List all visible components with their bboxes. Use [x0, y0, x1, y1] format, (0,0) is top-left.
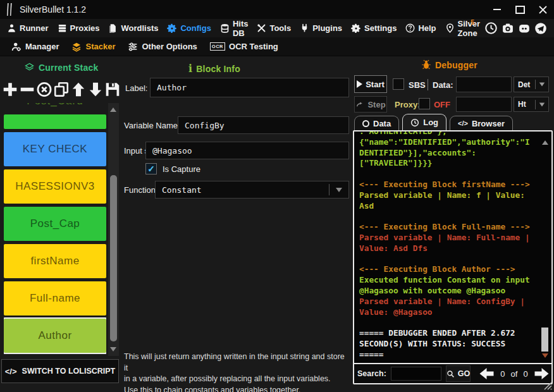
menu-silver-zone[interactable]: 5 Silver Zone — [441, 19, 484, 37]
log-line: : AUTHENTICATED }, — [359, 132, 535, 137]
document-icon — [108, 23, 118, 33]
log-scrollbar-thumb[interactable] — [541, 328, 548, 352]
move-up-button[interactable] — [70, 77, 87, 102]
proxy-type-dropdown[interactable]: Ht — [514, 97, 549, 112]
input-string-input[interactable] — [145, 142, 349, 159]
stack-scrollbar-thumb[interactable] — [110, 175, 117, 341]
resize-grip[interactable] — [544, 382, 552, 390]
menu-tools[interactable]: Tools — [252, 19, 295, 37]
stack-block[interactable]: firstName — [4, 244, 106, 278]
stack-scrollbar[interactable] — [108, 103, 119, 356]
log-line: <--- Executing Block Full-name ---> — [359, 222, 535, 233]
go-button[interactable]: GO — [446, 365, 471, 382]
menu-wordlists[interactable]: Wordlists — [104, 19, 163, 37]
search-input[interactable] — [391, 367, 441, 381]
variable-name-caption: Variable Name: — [124, 121, 180, 130]
start-button[interactable]: Start — [354, 75, 387, 93]
stack-block[interactable]: Full-name — [4, 281, 106, 315]
log-line — [359, 169, 535, 180]
maximize-button[interactable] — [508, 0, 531, 19]
tab-manager[interactable]: Manager — [5, 37, 65, 56]
menu-runner[interactable]: Runner — [3, 19, 53, 37]
log-line: {"name":"IDENTIFIED","authority":"I — [359, 137, 535, 148]
stack-block-partial-body — [4, 114, 106, 129]
log-scrollbar[interactable] — [539, 133, 551, 362]
plug-icon — [300, 23, 309, 33]
camera-icon[interactable] — [501, 21, 514, 35]
chevron-down-icon[interactable] — [336, 188, 342, 192]
data-type-dropdown[interactable]: Det — [514, 77, 549, 92]
title-bar: SilverBullet 1.1.2 — [0, 0, 554, 19]
sliders-icon — [128, 42, 138, 52]
scroll-up-icon[interactable] — [542, 140, 548, 145]
stack-block-partial-label: Post_Card — [4, 103, 106, 107]
tab-browser[interactable]: </> Browser — [450, 116, 513, 130]
next-result-button[interactable] — [534, 367, 550, 380]
function-dropdown[interactable]: Constant — [155, 181, 349, 199]
remove-block-button[interactable] — [19, 77, 35, 102]
tab-other-options[interactable]: Other Options — [121, 37, 203, 56]
stack-block[interactable]: HASESSIONV3 — [4, 169, 106, 204]
tab-ocr-testing[interactable]: OCR OCR Testing — [204, 37, 285, 56]
main-menu: Runner Proxies Wordlists Configs Hits DB… — [0, 19, 554, 37]
scroll-down-icon[interactable] — [110, 347, 116, 352]
tab-data[interactable]: Data — [354, 116, 399, 130]
proxy-checkbox[interactable] — [419, 98, 430, 109]
stack-block-partial[interactable]: Post_Card — [4, 103, 106, 129]
log-line: DENTIFIED"}],"accounts": — [359, 148, 535, 159]
log-line — [359, 317, 535, 328]
stack-block[interactable]: KEY CHECK — [4, 132, 106, 166]
stack-layers-icon — [24, 62, 35, 73]
add-block-button[interactable] — [2, 77, 18, 102]
move-down-button[interactable] — [87, 77, 104, 102]
scroll-up-icon[interactable] — [110, 107, 116, 112]
code-icon: </> — [5, 367, 17, 376]
log-area[interactable]: : AUTHENTICATED },{"name":"IDENTIFIED","… — [354, 132, 551, 364]
proxy-input[interactable] — [456, 97, 512, 112]
variable-name-input[interactable] — [178, 116, 349, 134]
log-line: SECOND(S) WITH STATUS: SUCCESS — [359, 339, 535, 350]
sbs-label: SBS — [409, 80, 426, 90]
menu-settings[interactable]: Settings — [347, 19, 401, 37]
stack-block[interactable]: Author — [4, 319, 106, 353]
menu-help[interactable]: Help — [401, 19, 440, 37]
block-description: This will just return anything written i… — [124, 352, 350, 392]
chevron-down-icon[interactable] — [539, 102, 545, 106]
log-line: Executed function Constant on input — [359, 275, 535, 286]
chevron-down-icon[interactable] — [539, 83, 545, 87]
data-tab-icon — [362, 120, 369, 127]
silverbullet-logo-icon — [5, 3, 14, 16]
menu-plugins[interactable]: Plugins — [295, 19, 347, 37]
tab-stacker[interactable]: Stacker — [65, 37, 121, 56]
play-icon — [357, 80, 362, 88]
scroll-down-icon[interactable] — [542, 353, 548, 358]
history-icon[interactable] — [484, 21, 498, 35]
clear-stack-button[interactable] — [36, 77, 52, 102]
label-input[interactable] — [150, 78, 349, 97]
tab-log[interactable]: Log — [402, 114, 446, 130]
debug-data-input[interactable] — [456, 77, 512, 92]
sbs-checkbox[interactable] — [393, 78, 404, 90]
duplicate-block-button[interactable] — [53, 77, 70, 102]
menu-hits-db[interactable]: Hits DB — [216, 19, 253, 37]
log-line: ===== — [359, 350, 535, 360]
menu-configs[interactable]: Configs — [163, 19, 215, 37]
discord-icon[interactable] — [517, 21, 531, 35]
debugger-header: Debugger — [421, 59, 477, 70]
switch-to-loliscript-button[interactable]: </> SWITCH TO LOLISCRIPT — [1, 359, 119, 383]
minimize-button[interactable] — [486, 0, 508, 19]
menu-proxies[interactable]: Proxies — [53, 19, 104, 37]
log-line: Parsed variable | Name: ConfigBy | — [359, 297, 535, 307]
telegram-icon[interactable] — [534, 21, 547, 35]
debugger-output-box: : AUTHENTICATED },{"name":"IDENTIFIED","… — [353, 130, 553, 384]
data-type-value: Det — [514, 80, 535, 89]
stack-block[interactable]: Post_Cap — [4, 207, 106, 241]
log-lines: : AUTHENTICATED },{"name":"IDENTIFIED","… — [359, 132, 535, 360]
close-button[interactable] — [531, 0, 554, 19]
step-button[interactable]: Step — [354, 96, 387, 113]
prev-result-button[interactable] — [479, 367, 495, 380]
proxy-state: OFF — [434, 100, 450, 109]
log-search-row: Search: GO 0 of 0 — [354, 364, 551, 383]
is-capture-checkbox[interactable] — [145, 163, 157, 175]
save-stack-button[interactable] — [104, 77, 121, 102]
